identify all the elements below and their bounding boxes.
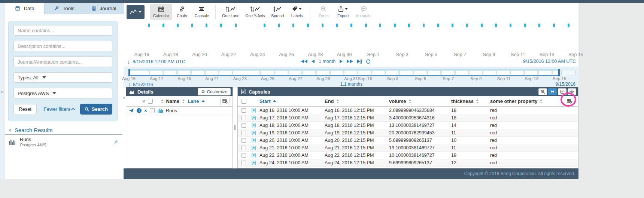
capsule-tick[interactable] [379,24,381,27]
datasource-dropdown[interactable]: Postgres AWS [13,88,112,98]
range-end-date[interactable]: 9/15/2016 [556,82,575,87]
capsule-tick[interactable] [322,24,323,27]
details-col-lane[interactable]: Lane [188,98,199,104]
capsule-tick[interactable] [264,24,265,27]
capsule-tick[interactable] [162,24,164,27]
refresh-icon[interactable] [366,59,371,64]
capsule-tick[interactable] [452,24,453,27]
capsules-col-volume[interactable]: volume [389,98,406,104]
collapse-panel-button[interactable] [558,88,566,95]
calendar-button[interactable]: Calendar [150,4,172,20]
capsule-range-button[interactable] [548,88,557,95]
search-result-runs[interactable]: Runs Postgres AWS [5,135,122,150]
capsule-tick[interactable] [538,24,540,27]
scrubber-unselected-range[interactable] [561,70,575,75]
capsule-tick[interactable] [350,24,352,27]
tab-tools[interactable]: Tools [45,3,84,14]
capsule-tick[interactable] [394,24,396,27]
capsule-table-row[interactable]: Aug 20, 2016 10:00 AM Aug 20, 2016 12:15… [238,137,578,144]
capsule-tick[interactable] [568,24,569,27]
capsule-tick[interactable] [466,24,468,27]
capsule-tick[interactable] [206,24,207,27]
row-checkbox[interactable] [150,108,155,113]
capsule-tick[interactable] [148,24,150,27]
journal-contains-input[interactable] [13,57,112,67]
customize-button[interactable]: ⚙ Customize [198,88,231,95]
info-icon[interactable]: i [137,108,142,113]
capsule-tick[interactable] [307,24,309,27]
spread-button[interactable]: Spread [268,4,287,20]
row-checkbox[interactable] [242,108,246,113]
chain-button[interactable]: Chain [172,4,192,20]
scrubber-left-handle[interactable] [128,69,130,76]
capsule-tick[interactable] [292,24,294,27]
row-checkbox[interactable] [242,146,246,150]
name-contains-input[interactable] [13,25,112,36]
scrubber-right-handle[interactable] [558,69,560,76]
sort-icon[interactable] [161,99,164,103]
fewer-filters-link[interactable]: Fewer filters [44,106,75,112]
capsule-table-row[interactable]: Aug 18, 2016 10:00 AM Aug 18, 2016 12:15… [238,122,578,129]
collapse-sidebar-chevron-icon[interactable]: « [123,95,125,100]
one-y-axis-button[interactable]: One Y-Axis [242,4,268,20]
sort-asc-icon[interactable] [201,100,205,103]
capsule-tick[interactable] [408,24,410,27]
range-duration-label[interactable]: 1.1 months [340,82,362,87]
remove-all-icon[interactable]: × [142,98,145,104]
sort-icon[interactable] [182,99,185,103]
one-lane-button[interactable]: One Lane [219,4,242,20]
capsule-tick[interactable] [437,24,439,27]
search-results-header[interactable]: ‹ Search Results [9,126,52,134]
step-back-icon[interactable] [312,60,315,63]
row-checkbox[interactable] [242,138,246,143]
capsule-tick[interactable] [510,24,511,27]
collapse-left-chevron-icon[interactable]: « [1,89,3,95]
reset-button[interactable]: Reset [13,104,37,114]
capsule-tick[interactable] [524,24,526,27]
range-start-date[interactable]: 8/15/2016 [133,82,153,87]
step-size-label[interactable]: 1 month [319,59,335,64]
capsule-tick[interactable] [423,24,425,27]
zoom-in-button[interactable] [538,88,547,95]
row-checkbox[interactable] [242,131,246,135]
capsule-table-row[interactable]: Aug 17, 2016 10:00 AM Aug 17, 2016 12:15… [238,114,578,122]
step-forward-double-icon[interactable] [347,60,353,63]
step-back-double-icon[interactable] [301,60,307,63]
labels-button[interactable]: Labels [287,4,307,20]
capsule-time-button[interactable]: Capsule [192,4,212,20]
capsules-col-thickness[interactable]: thickness [451,98,474,104]
capsule-tick[interactable] [553,24,555,27]
capsule-lane[interactable] [127,21,576,50]
details-col-name[interactable]: Name [166,98,179,104]
panel-splitter[interactable] [233,87,237,168]
capsule-tick[interactable] [177,24,179,27]
capsule-table-row[interactable]: Aug 16, 2016 10:00 AM Aug 16, 2016 12:15… [238,107,578,114]
row-checkbox[interactable] [242,153,246,158]
step-forward-icon[interactable] [340,60,343,63]
capsule-table-row[interactable]: Aug 24, 2016 10:00 AM Aug 24, 2016 12:15… [238,159,578,167]
remove-item-icon[interactable]: × [144,108,147,113]
add-column-button[interactable] [565,98,574,105]
capsule-tick[interactable] [495,24,497,27]
eye-button[interactable] [568,88,576,95]
tab-data[interactable]: Data [5,3,45,14]
capsules-col-start[interactable]: Start [259,98,271,104]
capsule-table-row[interactable]: Aug 19, 2016 10:00 AM Aug 19, 2016 12:15… [238,129,578,137]
row-checkbox[interactable] [242,116,246,120]
capsule-tick[interactable] [278,24,280,27]
capsule-tick[interactable] [336,24,338,27]
send-icon[interactable] [129,108,134,113]
trend-view-dropdown-button[interactable] [127,5,145,19]
step-to-now-icon[interactable] [357,60,362,64]
capsule-tick[interactable] [191,24,193,27]
search-button[interactable]: Search [80,104,112,115]
select-all-checkbox[interactable] [242,99,246,104]
export-button[interactable]: Export [333,4,353,20]
capsule-tick[interactable] [220,24,222,27]
pin-icon[interactable] [113,140,118,145]
row-checkbox[interactable] [242,123,246,128]
capsule-table-row[interactable]: Aug 22, 2016 10:00 AM Aug 22, 2016 12:15… [238,152,578,159]
add-column-button[interactable] [220,98,230,105]
capsules-col-property[interactable]: some other property [490,98,537,104]
scrubber-selected-range[interactable] [129,70,559,76]
